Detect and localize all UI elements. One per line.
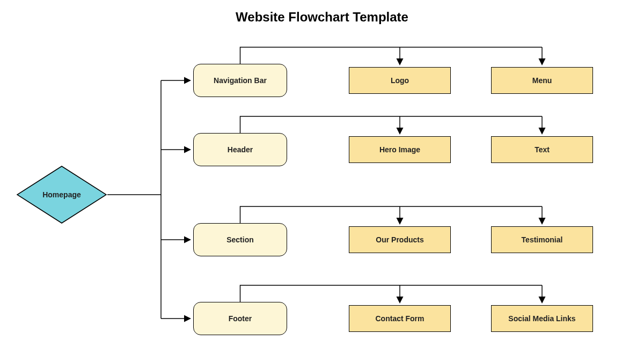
node-homepage[interactable]: Homepage — [16, 165, 107, 224]
node-label: Testimonial — [522, 235, 563, 244]
node-label: Navigation Bar — [214, 76, 267, 85]
node-logo[interactable]: Logo — [349, 67, 451, 94]
node-label: Hero Image — [379, 145, 420, 154]
node-label: Footer — [229, 314, 252, 323]
node-contact-form[interactable]: Contact Form — [349, 305, 451, 332]
node-label: Section — [226, 235, 254, 244]
node-label: Menu — [532, 76, 552, 85]
node-menu[interactable]: Menu — [491, 67, 593, 94]
node-label: Text — [535, 145, 550, 154]
node-label: Logo — [391, 76, 409, 85]
node-our-products[interactable]: Our Products — [349, 226, 451, 253]
node-label: Social Media Links — [508, 314, 575, 323]
node-header[interactable]: Header — [193, 133, 287, 166]
node-testimonial[interactable]: Testimonial — [491, 226, 593, 253]
node-label: Contact Form — [376, 314, 425, 323]
node-navigation-bar[interactable]: Navigation Bar — [193, 64, 287, 97]
node-text[interactable]: Text — [491, 136, 593, 163]
node-hero-image[interactable]: Hero Image — [349, 136, 451, 163]
diagram-canvas: Homepage Navigation Bar Logo Menu Header… — [0, 0, 644, 355]
node-section[interactable]: Section — [193, 223, 287, 256]
node-label: Our Products — [376, 235, 423, 244]
node-footer[interactable]: Footer — [193, 302, 287, 335]
node-label: Header — [228, 145, 253, 154]
node-social-media-links[interactable]: Social Media Links — [491, 305, 593, 332]
node-homepage-label: Homepage — [42, 190, 81, 199]
